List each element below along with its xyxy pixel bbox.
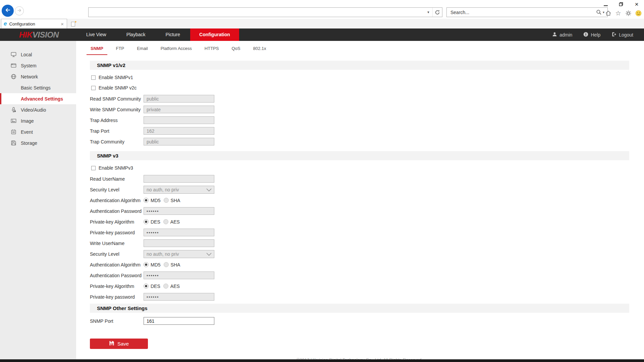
radio-option-des[interactable]: DES xyxy=(144,219,160,225)
trap-community-input[interactable] xyxy=(144,138,214,145)
read-security-level-select[interactable]: no auth, no priv xyxy=(144,186,214,194)
radio-label: AES xyxy=(170,219,180,225)
read-auth-password-input[interactable] xyxy=(144,207,214,215)
settings-gear-icon[interactable] xyxy=(625,9,632,17)
sidebar-item-image[interactable]: Image xyxy=(0,115,76,126)
back-button[interactable] xyxy=(2,5,14,17)
select-value: no auth, no priv xyxy=(147,251,179,257)
tab-qos[interactable]: QoS xyxy=(227,46,244,55)
home-icon[interactable] xyxy=(604,9,612,17)
sidebar-item-local[interactable]: Local xyxy=(0,49,76,60)
enable-snmpv1-checkbox[interactable] xyxy=(91,75,96,80)
menu-configuration[interactable]: Configuration xyxy=(190,28,239,41)
main-menu: Live View Playback Picture Configuration xyxy=(76,28,239,41)
field-label: Private-key Algorithm xyxy=(90,219,144,225)
radio-icon xyxy=(164,198,169,203)
radio-label: DES xyxy=(151,219,160,225)
write-priv-password-input[interactable] xyxy=(144,293,214,301)
snmp-port-row: SNMP Port xyxy=(90,317,644,325)
sidebar-item-event[interactable]: Event xyxy=(0,126,76,137)
tab-email[interactable]: Email xyxy=(133,46,152,55)
tab-close-icon[interactable]: × xyxy=(60,21,64,27)
field-label: Trap Community xyxy=(90,139,144,144)
sidebar-item-basic-settings[interactable]: Basic Settings xyxy=(0,82,76,93)
close-button[interactable]: × xyxy=(634,2,639,7)
field-label: Security Level xyxy=(90,187,144,192)
taskbar-edge xyxy=(0,359,644,362)
field-label: Private-key password xyxy=(90,294,144,300)
help-button[interactable]: Help xyxy=(583,32,600,38)
search-box: ▾ xyxy=(446,7,608,17)
browser-tab-configuration[interactable]: e Configuration × xyxy=(1,19,67,28)
browser-quick-icons: ☆ xyxy=(604,9,642,17)
tab-platform-access[interactable]: Platform Access xyxy=(157,46,196,55)
trap-port-input[interactable] xyxy=(144,127,214,135)
tab-https[interactable]: HTTPS xyxy=(201,46,223,55)
sidebar-item-advanced-settings[interactable]: Advanced Settings xyxy=(0,93,76,104)
radio-option-md5[interactable]: MD5 xyxy=(144,198,161,203)
section-header-snmp-v1v2: SNMP v1/v2 xyxy=(90,61,629,70)
tab-snmp[interactable]: SNMP xyxy=(87,46,107,55)
read-auth-algorithm-row: Authentication Algorithm MD5 SHA xyxy=(90,196,644,204)
navbar-utilities: admin Help Logout xyxy=(552,28,633,41)
snmp-port-input[interactable] xyxy=(144,317,214,325)
section-header-snmp-other: SNMP Other Settings xyxy=(90,304,629,313)
browser-tab-bar: e Configuration × xyxy=(0,19,644,28)
checkbox-label: Enable SNMP v2c xyxy=(99,85,137,90)
tab-ftp[interactable]: FTP xyxy=(112,46,128,55)
write-username-input[interactable] xyxy=(144,239,214,247)
radio-option-aes[interactable]: AES xyxy=(163,219,180,225)
address-dropdown-icon[interactable]: ▾ xyxy=(424,10,432,14)
radio-icon xyxy=(164,262,169,267)
write-auth-password-input[interactable] xyxy=(144,272,214,279)
sidebar-item-video-audio[interactable]: Video/Audio xyxy=(0,104,76,115)
menu-live-view[interactable]: Live View xyxy=(76,28,116,41)
radio-option-des[interactable]: DES xyxy=(144,284,160,289)
enable-snmpv2c-checkbox[interactable] xyxy=(91,86,96,90)
radio-option-md5[interactable]: MD5 xyxy=(144,262,161,267)
radio-option-aes[interactable]: AES xyxy=(163,284,180,289)
forward-button[interactable] xyxy=(15,6,24,15)
search-input[interactable] xyxy=(447,8,596,17)
window-controls: × xyxy=(603,1,639,8)
read-snmp-community-input[interactable] xyxy=(144,95,214,103)
globe-icon xyxy=(10,73,17,80)
refresh-icon[interactable] xyxy=(433,10,442,15)
trap-address-input[interactable] xyxy=(144,116,214,124)
save-label: Save xyxy=(117,341,129,347)
feedback-smiley-icon[interactable] xyxy=(635,9,642,17)
write-snmp-community-input[interactable] xyxy=(144,106,214,113)
write-snmp-community-row: Write SNMP Community xyxy=(90,106,644,113)
address-input[interactable] xyxy=(89,8,424,17)
read-username-input[interactable] xyxy=(144,175,214,183)
sidebar-item-system[interactable]: System xyxy=(0,60,76,71)
enable-snmpv3-checkbox[interactable] xyxy=(91,166,96,170)
field-label: Trap Port xyxy=(90,128,144,134)
sidebar-label: Advanced Settings xyxy=(21,96,63,102)
minimize-button[interactable] xyxy=(603,2,608,7)
radio-icon xyxy=(163,284,168,289)
new-tab-button[interactable] xyxy=(69,20,78,28)
read-priv-password-input[interactable] xyxy=(144,229,214,236)
radio-option-sha[interactable]: SHA xyxy=(164,198,180,203)
ie-favicon: e xyxy=(4,20,7,27)
favorites-star-icon[interactable]: ☆ xyxy=(614,9,622,17)
logout-button[interactable]: Logout xyxy=(611,32,633,38)
menu-playback[interactable]: Playback xyxy=(116,28,156,41)
restore-button[interactable] xyxy=(619,2,624,7)
save-button[interactable]: Save xyxy=(90,339,148,349)
sidebar: Local System Network Basic Settings Adva… xyxy=(0,41,76,359)
menu-picture[interactable]: Picture xyxy=(155,28,190,41)
sidebar-item-storage[interactable]: Storage xyxy=(0,137,76,148)
radio-icon xyxy=(144,219,149,224)
event-calendar-icon xyxy=(10,129,17,135)
write-security-level-select[interactable]: no auth, no priv xyxy=(144,250,214,258)
restore-icon xyxy=(619,2,624,7)
field-label: Authentication Algorithm xyxy=(90,262,144,267)
tab-8021x[interactable]: 802.1x xyxy=(249,46,270,55)
field-label: Trap Address xyxy=(90,118,144,123)
forward-arrow-icon xyxy=(17,8,22,14)
sidebar-item-network[interactable]: Network xyxy=(0,71,76,82)
radio-option-sha[interactable]: SHA xyxy=(164,262,180,267)
field-label: SNMP Port xyxy=(90,318,144,324)
